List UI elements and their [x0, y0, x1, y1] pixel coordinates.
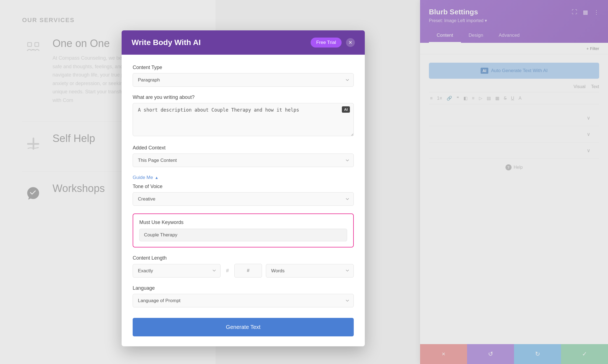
close-button[interactable]: ×: [346, 38, 355, 47]
free-trial-badge: Free Trial: [311, 38, 342, 48]
generate-text-button[interactable]: Generate Text: [133, 318, 354, 336]
length-number-input[interactable]: [234, 264, 262, 278]
content-type-label: Content Type: [133, 65, 354, 70]
guide-me-arrow-icon: ▲: [155, 175, 159, 180]
keywords-label: Must Use Keywords: [139, 220, 347, 225]
writing-about-group: What are you writing about? A short desc…: [133, 94, 354, 137]
added-context-label: Added Context: [133, 145, 354, 151]
added-context-group: Added Context This Page Content No Conte…: [133, 145, 354, 167]
language-label: Language: [133, 285, 354, 291]
writing-about-label: What are you writing about?: [133, 94, 354, 100]
ai-modal-title: Write Body With AI: [132, 38, 201, 47]
textarea-wrapper: A short description about Couple Therapy…: [133, 103, 354, 137]
writing-about-textarea[interactable]: A short description about Couple Therapy…: [133, 103, 354, 136]
content-type-group: Content Type Paragraph Bullet Points Num…: [133, 65, 354, 87]
tone-of-voice-label: Tone of Voice: [133, 184, 354, 189]
language-select[interactable]: Language of Prompt English Spanish Frenc…: [133, 294, 354, 307]
content-length-label: Content Length: [133, 255, 354, 261]
content-type-select[interactable]: Paragraph Bullet Points Numbered List FA…: [133, 73, 354, 87]
tone-of-voice-select[interactable]: Creative Professional Casual Informative: [133, 192, 354, 206]
length-unit-select[interactable]: Words Sentences Paragraphs: [266, 264, 354, 278]
tone-of-voice-group: Tone of Voice Creative Professional Casu…: [133, 184, 354, 206]
language-group: Language Language of Prompt English Span…: [133, 285, 354, 307]
ai-modal-header: Write Body With AI Free Trial ×: [122, 30, 365, 55]
added-context-select[interactable]: This Page Content No Context Custom: [133, 154, 354, 167]
hash-symbol: #: [224, 268, 230, 274]
content-length-row: Exactly At Least At Most # Words Sentenc…: [133, 264, 354, 278]
ai-badge: AI: [342, 106, 350, 113]
keywords-section: Must Use Keywords: [133, 213, 354, 247]
ai-write-modal: Write Body With AI Free Trial × Content …: [122, 30, 365, 346]
guide-tone-section: Guide Me ▲ Tone of Voice Creative Profes…: [133, 175, 354, 206]
ai-modal-header-right: Free Trial ×: [311, 38, 355, 48]
keywords-input[interactable]: [139, 229, 347, 241]
guide-me-link[interactable]: Guide Me ▲: [133, 175, 159, 180]
ai-modal-body: Content Type Paragraph Bullet Points Num…: [122, 55, 365, 346]
guide-me-label: Guide Me: [133, 175, 153, 180]
length-type-select[interactable]: Exactly At Least At Most: [133, 264, 221, 278]
generate-text-label: Generate Text: [226, 324, 260, 330]
content-length-group: Content Length Exactly At Least At Most …: [133, 255, 354, 278]
